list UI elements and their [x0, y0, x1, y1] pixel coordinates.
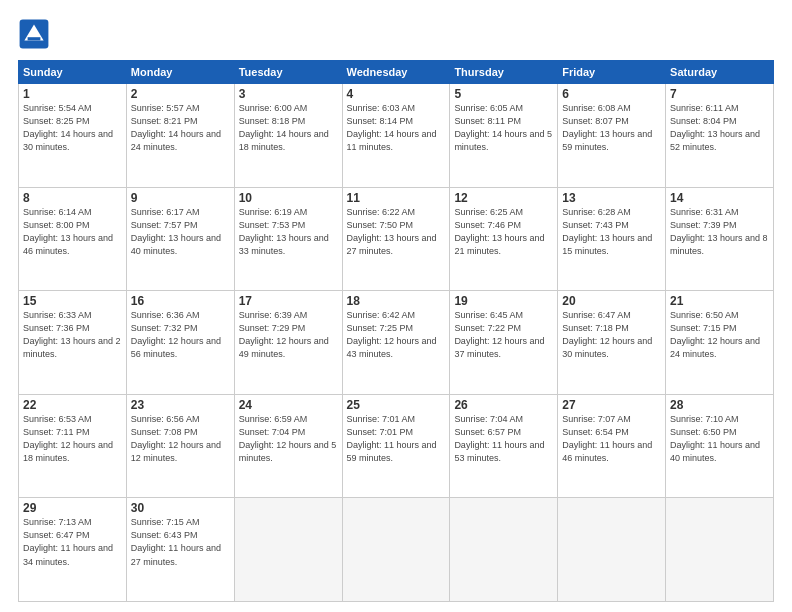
day-number: 28 — [670, 398, 769, 412]
calendar-cell: 20Sunrise: 6:47 AMSunset: 7:18 PMDayligh… — [558, 291, 666, 395]
calendar-cell: 28Sunrise: 7:10 AMSunset: 6:50 PMDayligh… — [666, 394, 774, 498]
calendar-cell: 7Sunrise: 6:11 AMSunset: 8:04 PMDaylight… — [666, 84, 774, 188]
calendar-cell: 10Sunrise: 6:19 AMSunset: 7:53 PMDayligh… — [234, 187, 342, 291]
day-number: 7 — [670, 87, 769, 101]
calendar-cell: 6Sunrise: 6:08 AMSunset: 8:07 PMDaylight… — [558, 84, 666, 188]
page: Sunday Monday Tuesday Wednesday Thursday… — [0, 0, 792, 612]
day-info: Sunrise: 6:22 AMSunset: 7:50 PMDaylight:… — [347, 206, 446, 258]
day-info: Sunrise: 6:31 AMSunset: 7:39 PMDaylight:… — [670, 206, 769, 258]
calendar-cell: 29Sunrise: 7:13 AMSunset: 6:47 PMDayligh… — [19, 498, 127, 602]
day-number: 20 — [562, 294, 661, 308]
calendar-row-3: 15Sunrise: 6:33 AMSunset: 7:36 PMDayligh… — [19, 291, 774, 395]
day-info: Sunrise: 7:15 AMSunset: 6:43 PMDaylight:… — [131, 516, 230, 568]
calendar-cell: 4Sunrise: 6:03 AMSunset: 8:14 PMDaylight… — [342, 84, 450, 188]
calendar-cell: 2Sunrise: 5:57 AMSunset: 8:21 PMDaylight… — [126, 84, 234, 188]
header-friday: Friday — [558, 61, 666, 84]
calendar-cell: 11Sunrise: 6:22 AMSunset: 7:50 PMDayligh… — [342, 187, 450, 291]
weekday-header-row: Sunday Monday Tuesday Wednesday Thursday… — [19, 61, 774, 84]
day-number: 25 — [347, 398, 446, 412]
calendar-cell — [666, 498, 774, 602]
calendar-row-4: 22Sunrise: 6:53 AMSunset: 7:11 PMDayligh… — [19, 394, 774, 498]
day-number: 26 — [454, 398, 553, 412]
day-number: 14 — [670, 191, 769, 205]
calendar-cell: 19Sunrise: 6:45 AMSunset: 7:22 PMDayligh… — [450, 291, 558, 395]
day-info: Sunrise: 6:25 AMSunset: 7:46 PMDaylight:… — [454, 206, 553, 258]
calendar-cell: 25Sunrise: 7:01 AMSunset: 7:01 PMDayligh… — [342, 394, 450, 498]
day-info: Sunrise: 7:10 AMSunset: 6:50 PMDaylight:… — [670, 413, 769, 465]
calendar-row-1: 1Sunrise: 5:54 AMSunset: 8:25 PMDaylight… — [19, 84, 774, 188]
header-sunday: Sunday — [19, 61, 127, 84]
header — [18, 18, 774, 50]
calendar-cell: 1Sunrise: 5:54 AMSunset: 8:25 PMDaylight… — [19, 84, 127, 188]
day-info: Sunrise: 6:03 AMSunset: 8:14 PMDaylight:… — [347, 102, 446, 154]
day-number: 1 — [23, 87, 122, 101]
day-info: Sunrise: 6:50 AMSunset: 7:15 PMDaylight:… — [670, 309, 769, 361]
calendar-cell: 8Sunrise: 6:14 AMSunset: 8:00 PMDaylight… — [19, 187, 127, 291]
calendar-cell: 3Sunrise: 6:00 AMSunset: 8:18 PMDaylight… — [234, 84, 342, 188]
day-info: Sunrise: 6:39 AMSunset: 7:29 PMDaylight:… — [239, 309, 338, 361]
calendar-cell: 5Sunrise: 6:05 AMSunset: 8:11 PMDaylight… — [450, 84, 558, 188]
day-info: Sunrise: 6:56 AMSunset: 7:08 PMDaylight:… — [131, 413, 230, 465]
day-number: 19 — [454, 294, 553, 308]
calendar-cell: 18Sunrise: 6:42 AMSunset: 7:25 PMDayligh… — [342, 291, 450, 395]
calendar-cell: 12Sunrise: 6:25 AMSunset: 7:46 PMDayligh… — [450, 187, 558, 291]
calendar-cell: 23Sunrise: 6:56 AMSunset: 7:08 PMDayligh… — [126, 394, 234, 498]
day-info: Sunrise: 6:00 AMSunset: 8:18 PMDaylight:… — [239, 102, 338, 154]
calendar-cell: 14Sunrise: 6:31 AMSunset: 7:39 PMDayligh… — [666, 187, 774, 291]
day-number: 12 — [454, 191, 553, 205]
calendar-cell — [450, 498, 558, 602]
day-number: 30 — [131, 501, 230, 515]
day-info: Sunrise: 7:04 AMSunset: 6:57 PMDaylight:… — [454, 413, 553, 465]
logo-icon — [18, 18, 50, 50]
calendar-cell — [558, 498, 666, 602]
day-info: Sunrise: 7:07 AMSunset: 6:54 PMDaylight:… — [562, 413, 661, 465]
day-number: 24 — [239, 398, 338, 412]
day-number: 18 — [347, 294, 446, 308]
day-number: 15 — [23, 294, 122, 308]
calendar-cell: 27Sunrise: 7:07 AMSunset: 6:54 PMDayligh… — [558, 394, 666, 498]
day-number: 10 — [239, 191, 338, 205]
day-info: Sunrise: 6:11 AMSunset: 8:04 PMDaylight:… — [670, 102, 769, 154]
day-info: Sunrise: 6:05 AMSunset: 8:11 PMDaylight:… — [454, 102, 553, 154]
day-info: Sunrise: 5:54 AMSunset: 8:25 PMDaylight:… — [23, 102, 122, 154]
day-info: Sunrise: 6:42 AMSunset: 7:25 PMDaylight:… — [347, 309, 446, 361]
day-info: Sunrise: 5:57 AMSunset: 8:21 PMDaylight:… — [131, 102, 230, 154]
day-info: Sunrise: 6:08 AMSunset: 8:07 PMDaylight:… — [562, 102, 661, 154]
calendar-cell: 30Sunrise: 7:15 AMSunset: 6:43 PMDayligh… — [126, 498, 234, 602]
day-number: 4 — [347, 87, 446, 101]
calendar-cell: 16Sunrise: 6:36 AMSunset: 7:32 PMDayligh… — [126, 291, 234, 395]
header-thursday: Thursday — [450, 61, 558, 84]
day-number: 17 — [239, 294, 338, 308]
day-number: 6 — [562, 87, 661, 101]
day-number: 11 — [347, 191, 446, 205]
day-number: 16 — [131, 294, 230, 308]
day-info: Sunrise: 6:45 AMSunset: 7:22 PMDaylight:… — [454, 309, 553, 361]
header-wednesday: Wednesday — [342, 61, 450, 84]
calendar-row-2: 8Sunrise: 6:14 AMSunset: 8:00 PMDaylight… — [19, 187, 774, 291]
day-info: Sunrise: 7:13 AMSunset: 6:47 PMDaylight:… — [23, 516, 122, 568]
calendar-cell: 13Sunrise: 6:28 AMSunset: 7:43 PMDayligh… — [558, 187, 666, 291]
day-info: Sunrise: 6:17 AMSunset: 7:57 PMDaylight:… — [131, 206, 230, 258]
header-saturday: Saturday — [666, 61, 774, 84]
calendar-cell: 15Sunrise: 6:33 AMSunset: 7:36 PMDayligh… — [19, 291, 127, 395]
day-info: Sunrise: 6:47 AMSunset: 7:18 PMDaylight:… — [562, 309, 661, 361]
day-number: 2 — [131, 87, 230, 101]
calendar-cell — [342, 498, 450, 602]
header-tuesday: Tuesday — [234, 61, 342, 84]
day-number: 5 — [454, 87, 553, 101]
day-info: Sunrise: 6:28 AMSunset: 7:43 PMDaylight:… — [562, 206, 661, 258]
header-monday: Monday — [126, 61, 234, 84]
day-number: 23 — [131, 398, 230, 412]
calendar-cell: 26Sunrise: 7:04 AMSunset: 6:57 PMDayligh… — [450, 394, 558, 498]
calendar-row-5: 29Sunrise: 7:13 AMSunset: 6:47 PMDayligh… — [19, 498, 774, 602]
day-info: Sunrise: 6:33 AMSunset: 7:36 PMDaylight:… — [23, 309, 122, 361]
logo — [18, 18, 54, 50]
day-number: 21 — [670, 294, 769, 308]
day-number: 27 — [562, 398, 661, 412]
svg-rect-2 — [28, 37, 41, 40]
day-info: Sunrise: 6:53 AMSunset: 7:11 PMDaylight:… — [23, 413, 122, 465]
day-number: 8 — [23, 191, 122, 205]
day-number: 22 — [23, 398, 122, 412]
calendar-cell: 17Sunrise: 6:39 AMSunset: 7:29 PMDayligh… — [234, 291, 342, 395]
day-info: Sunrise: 6:59 AMSunset: 7:04 PMDaylight:… — [239, 413, 338, 465]
